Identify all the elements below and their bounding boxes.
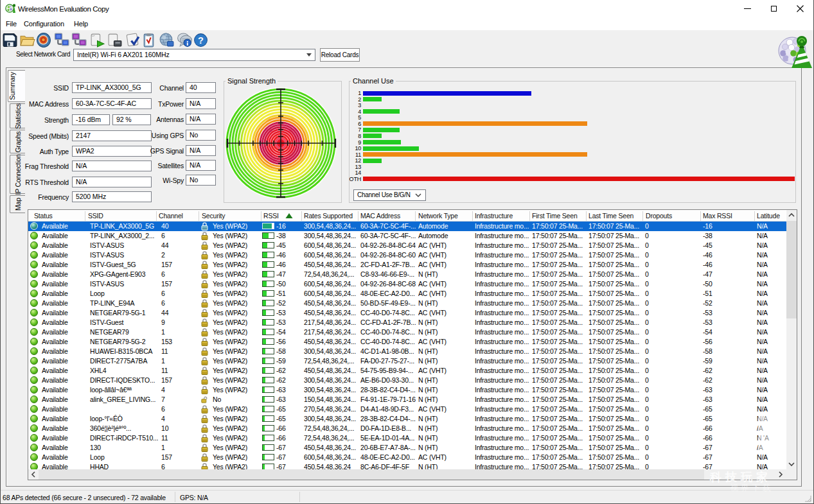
svg-text:?: ? (198, 35, 204, 46)
